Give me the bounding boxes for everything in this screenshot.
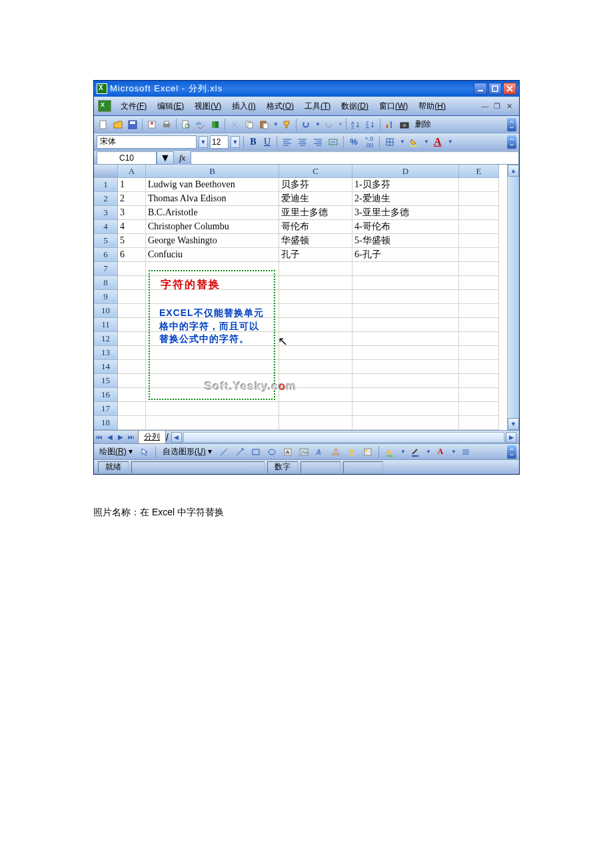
maximize-button[interactable] [488,83,502,95]
font-size-combo[interactable]: 12 [210,135,229,149]
cell[interactable] [352,402,459,416]
cell[interactable]: 5 [118,234,146,248]
percent-button[interactable]: % [347,135,360,149]
paste-dropdown[interactable]: ▼ [273,121,279,127]
menu-help[interactable]: 帮助(H) [413,101,451,112]
scroll-down-icon[interactable]: ▼ [508,418,519,430]
cell[interactable] [459,318,499,332]
fill-color-draw-icon[interactable] [383,445,396,459]
cell[interactable] [459,220,499,234]
menu-data[interactable]: 数据(D) [336,101,374,112]
cell[interactable] [146,402,279,416]
line-color-icon[interactable] [408,445,422,459]
cell[interactable]: B.C.Aristotle [146,206,279,220]
cell[interactable] [118,290,146,304]
select-objects-icon[interactable] [138,445,151,459]
name-box[interactable]: C10 [97,151,157,165]
cell[interactable] [279,360,352,374]
cut-icon[interactable] [228,118,241,131]
borders-icon[interactable] [383,135,396,149]
clipart-icon[interactable] [345,445,358,459]
cell[interactable] [352,276,459,290]
cell[interactable] [279,290,352,304]
format-toolbar-options-icon[interactable] [507,135,516,149]
cell[interactable] [279,332,352,346]
cell[interactable] [459,290,499,304]
cell[interactable]: 3-亚里士多德 [352,206,459,220]
align-left-icon[interactable] [281,135,294,149]
new-icon[interactable] [97,118,110,131]
cell[interactable] [279,262,352,276]
spelling-icon[interactable]: ᵃᵇ [194,118,207,131]
line-color-dropdown[interactable]: ▼ [426,449,431,455]
font-name-combo[interactable]: 宋体 [97,135,197,149]
sheet-tab[interactable]: 分列 [138,431,166,444]
cell[interactable] [352,290,459,304]
cell[interactable]: Ludwig van Beethoven [146,178,279,192]
cell[interactable] [279,346,352,360]
draw-menu[interactable]: 绘图(R) ▾ [97,446,135,457]
menu-edit[interactable]: 编辑(E) [152,101,189,112]
menu-tools[interactable]: 工具(T) [299,101,336,112]
wordart-icon[interactable]: A [313,445,326,459]
cell[interactable] [352,360,459,374]
cell[interactable] [459,388,499,402]
sort-asc-icon[interactable]: AZ [349,118,362,131]
row-header[interactable]: 15 [94,374,118,388]
cell[interactable] [459,374,499,388]
cell[interactable] [118,346,146,360]
cell[interactable] [279,318,352,332]
redo-dropdown[interactable]: ▼ [338,121,343,127]
bold-button[interactable]: B [247,137,259,147]
cell[interactable]: Christopher Columbu [146,220,279,234]
increase-decimal-icon[interactable]: +.0.00 [362,135,376,149]
undo-icon[interactable] [299,118,312,131]
cell[interactable]: 2-爱迪生 [352,192,459,206]
cell[interactable]: 华盛顿 [279,234,352,248]
cell[interactable]: 哥伦布 [279,220,352,234]
tab-prev-icon[interactable]: ◀ [105,431,115,443]
cell[interactable]: 4 [118,220,146,234]
doc-minimize-button[interactable]: — [480,102,490,110]
row-header[interactable]: 18 [94,416,118,430]
cell[interactable] [352,332,459,346]
close-button[interactable] [503,83,516,95]
copy-icon[interactable] [243,118,256,131]
toolbar-options-icon[interactable] [507,118,516,131]
row-header[interactable]: 3 [94,206,118,220]
cell[interactable] [118,416,146,430]
autoshapes-menu[interactable]: 自选图形(U) ▾ [160,446,215,457]
menu-format[interactable]: 格式(O) [261,101,299,112]
insert-picture-icon[interactable] [297,445,310,459]
row-header[interactable]: 2 [94,192,118,206]
cell[interactable] [459,234,499,248]
cell[interactable]: 1 [118,178,146,192]
minimize-button[interactable] [474,83,487,95]
cell[interactable]: 爱迪生 [279,192,352,206]
scroll-right-icon[interactable]: ▶ [506,432,516,443]
col-header[interactable]: A [118,165,146,178]
font-name-dropdown[interactable]: ▼ [199,136,208,148]
tab-next-icon[interactable]: ▶ [115,431,126,443]
line-icon[interactable] [217,445,231,459]
col-header[interactable]: D [352,165,459,178]
cell[interactable] [279,416,352,430]
cell[interactable] [118,360,146,374]
cell[interactable]: 6-孔子 [352,248,459,262]
cell[interactable]: 贝多芬 [279,178,352,192]
cell[interactable] [459,206,499,220]
select-all-corner[interactable] [94,165,118,178]
fill-color-icon[interactable] [407,135,420,149]
cell[interactable] [279,402,352,416]
fill-color-dropdown[interactable]: ▼ [424,139,429,145]
cell[interactable] [352,416,459,430]
cell[interactable] [279,276,352,290]
cell[interactable] [118,304,146,318]
draw-toolbar-options-icon[interactable] [507,445,516,459]
cell[interactable] [352,262,459,276]
open-icon[interactable] [111,118,125,131]
cell[interactable] [352,374,459,388]
tab-first-icon[interactable]: ⏮ [94,431,105,443]
diagram-icon[interactable] [329,445,342,459]
cell[interactable] [118,332,146,346]
